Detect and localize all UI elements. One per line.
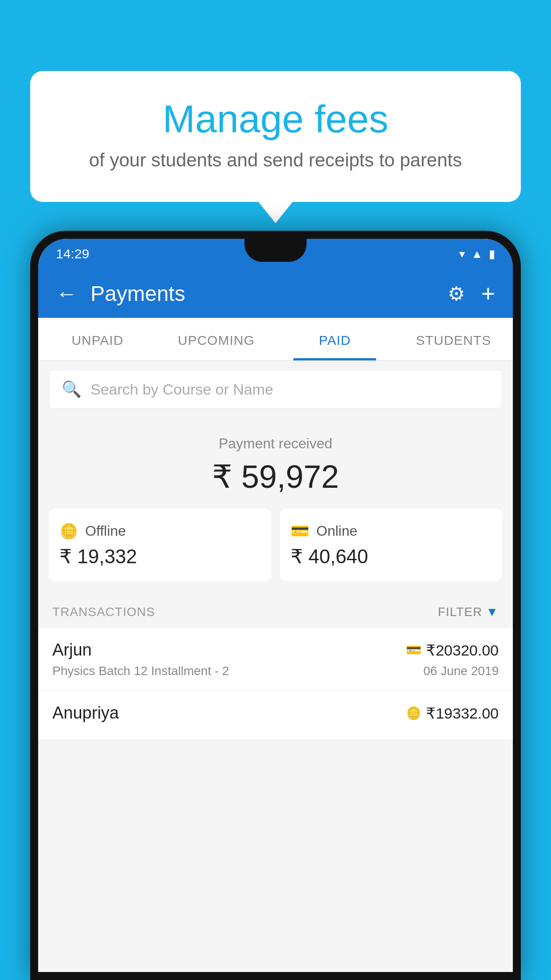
- transaction-row[interactable]: Anupriya 🪙 ₹19332.00: [38, 691, 513, 740]
- notch: [244, 239, 307, 262]
- status-bar: 14:29 ▾ ▲ ▮: [38, 239, 513, 269]
- transaction-name-2: Anupriya: [52, 703, 119, 723]
- search-placeholder: Search by Course or Name: [91, 381, 273, 398]
- settings-icon[interactable]: ⚙: [448, 282, 465, 305]
- card-icon: 💳: [291, 522, 309, 540]
- online-card: 💳 Online ₹ 40,640: [280, 509, 502, 581]
- online-label: Online: [316, 523, 358, 539]
- transaction-course-1: Physics Batch 12 Installment - 2: [52, 664, 229, 678]
- payment-total-amount: ₹ 59,972: [49, 458, 502, 495]
- offline-amount: ₹ 19,332: [59, 545, 260, 568]
- payment-mode-icon-2: 🪙: [406, 706, 421, 720]
- wifi-icon: ▾: [459, 247, 465, 261]
- payment-received-label: Payment received: [49, 435, 502, 452]
- cash-icon: 🪙: [59, 522, 78, 540]
- tab-unpaid[interactable]: UNPAID: [38, 318, 157, 360]
- status-icons: ▾ ▲ ▮: [459, 247, 495, 261]
- transaction-amount-1: 💳 ₹20320.00: [406, 641, 499, 659]
- search-icon: 🔍: [62, 380, 82, 399]
- search-bar[interactable]: 🔍 Search by Course or Name: [49, 370, 502, 409]
- filter-button[interactable]: FILTER ▼: [438, 605, 499, 619]
- battery-icon: ▮: [489, 247, 495, 261]
- background: Manage fees of your students and send re…: [0, 0, 551, 980]
- offline-label: Offline: [85, 523, 126, 539]
- payment-cards: 🪙 Offline ₹ 19,332 💳 Online ₹ 40,640: [38, 509, 513, 594]
- status-time: 14:29: [56, 246, 89, 261]
- payment-summary: Payment received ₹ 59,972: [38, 418, 513, 509]
- phone-frame: 14:29 ▾ ▲ ▮ ← Payments ⚙ + UNPAID UPCO: [30, 231, 521, 980]
- bubble-title: Manage fees: [57, 98, 494, 141]
- online-amount: ₹ 40,640: [291, 545, 492, 568]
- transaction-amount-2: 🪙 ₹19332.00: [406, 704, 499, 722]
- payment-mode-icon-1: 💳: [406, 643, 421, 657]
- content-area: 🔍 Search by Course or Name Payment recei…: [38, 361, 513, 972]
- filter-text: FILTER: [438, 605, 482, 619]
- transaction-date-1: 06 June 2019: [423, 664, 499, 678]
- signal-icon: ▲: [471, 247, 483, 261]
- tab-upcoming[interactable]: UPCOMING: [157, 318, 276, 360]
- tabs: UNPAID UPCOMING PAID STUDENTS: [38, 318, 513, 361]
- transactions-header: TRANSACTIONS FILTER ▼: [38, 594, 513, 628]
- transaction-name-1: Arjun: [52, 640, 92, 660]
- filter-icon: ▼: [486, 605, 499, 619]
- phone-screen: 14:29 ▾ ▲ ▮ ← Payments ⚙ + UNPAID UPCO: [38, 239, 513, 972]
- back-button[interactable]: ←: [56, 281, 77, 306]
- add-icon[interactable]: +: [481, 280, 495, 307]
- tab-students[interactable]: STUDENTS: [394, 318, 513, 360]
- transaction-row[interactable]: Arjun 💳 ₹20320.00 Physics Batch 12 Insta…: [38, 628, 513, 691]
- speech-bubble: Manage fees of your students and send re…: [30, 71, 521, 202]
- page-title: Payments: [91, 281, 434, 306]
- offline-card: 🪙 Offline ₹ 19,332: [49, 509, 271, 581]
- bubble-subtitle: of your students and send receipts to pa…: [57, 150, 494, 171]
- amount-value-2: ₹19332.00: [426, 704, 499, 722]
- app-bar-actions: ⚙ +: [448, 280, 495, 307]
- tab-paid[interactable]: PAID: [276, 318, 394, 360]
- app-bar: ← Payments ⚙ +: [38, 269, 513, 318]
- transactions-label: TRANSACTIONS: [52, 605, 155, 619]
- amount-value-1: ₹20320.00: [426, 641, 499, 659]
